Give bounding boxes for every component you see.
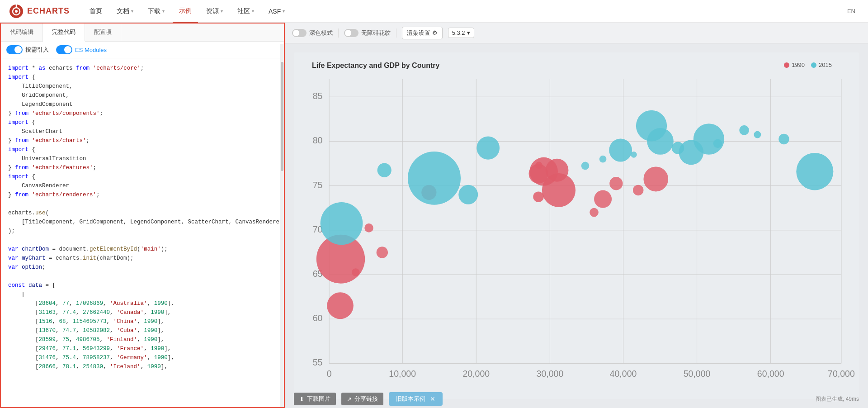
code-line: [13670, 74.7, 10582082, 'Cuba', 1990], bbox=[8, 326, 277, 335]
code-line: ScatterChart bbox=[8, 127, 277, 136]
dark-mode-toggle[interactable] bbox=[292, 29, 307, 37]
svg-text:30,000: 30,000 bbox=[537, 369, 564, 379]
svg-point-65 bbox=[321, 202, 363, 245]
code-line: [31163, 77.4, 27662440, 'Canada', 1990], bbox=[8, 308, 277, 317]
svg-point-62 bbox=[739, 125, 749, 135]
chevron-down-icon: ▾ bbox=[131, 9, 133, 14]
options-bar: 按需引入 ES Modules bbox=[1, 42, 284, 58]
code-line: import { bbox=[8, 73, 277, 82]
old-version-badge[interactable]: 旧版本示例 ✕ bbox=[389, 392, 443, 406]
on-demand-label: 按需引入 bbox=[25, 46, 49, 54]
status-text: 图表已生成, 49ms bbox=[816, 395, 859, 403]
scrollbar[interactable] bbox=[280, 44, 284, 407]
accessibility-toggle[interactable] bbox=[344, 29, 359, 37]
code-line: var chartDom = document.getElementById('… bbox=[8, 245, 277, 254]
code-line: var option; bbox=[8, 263, 277, 272]
svg-text:10,000: 10,000 bbox=[389, 369, 416, 379]
chevron-down-icon: ▾ bbox=[467, 29, 470, 36]
code-line: import * as echarts from 'echarts/core'; bbox=[8, 64, 277, 73]
svg-text:75: 75 bbox=[313, 180, 323, 190]
es-modules-label[interactable]: ES Modules bbox=[75, 47, 107, 53]
svg-text:70,000: 70,000 bbox=[828, 369, 855, 379]
nav-docs[interactable]: 文档 ▾ bbox=[110, 0, 140, 23]
svg-point-67 bbox=[599, 156, 607, 163]
header: ECHARTS 首页 文档 ▾ 下载 ▾ 示例 资源 ▾ 社区 ▾ ASF ▾ … bbox=[0, 0, 868, 23]
render-settings-button[interactable]: 渲染设置 ⚙ bbox=[402, 27, 443, 39]
on-demand-toggle-wrap: 按需引入 bbox=[6, 45, 49, 54]
share-label: 分享链接 bbox=[354, 395, 378, 403]
code-line: [ bbox=[8, 290, 277, 299]
close-icon[interactable]: ✕ bbox=[430, 395, 435, 403]
svg-text:60,000: 60,000 bbox=[757, 369, 784, 379]
download-icon: ⬇ bbox=[299, 396, 304, 403]
download-button[interactable]: ⬇ 下载图片 bbox=[294, 393, 336, 405]
svg-point-66 bbox=[581, 162, 590, 170]
right-toolbar: 深色模式 无障碍花纹 渲染设置 ⚙ 5.3.2 ▾ bbox=[285, 23, 868, 43]
tab-full-code[interactable]: 完整代码 bbox=[43, 24, 85, 42]
svg-point-40 bbox=[542, 173, 576, 207]
version-selector[interactable]: 5.3.2 ▾ bbox=[448, 28, 474, 38]
svg-text:0: 0 bbox=[327, 369, 332, 379]
code-line bbox=[8, 272, 277, 281]
nav-asf[interactable]: ASF ▾ bbox=[262, 0, 291, 23]
old-version-label: 旧版本示例 bbox=[396, 395, 425, 403]
header-right: EN bbox=[844, 6, 859, 16]
svg-point-49 bbox=[364, 223, 373, 232]
code-editor[interactable]: import * as echarts from 'echarts/core';… bbox=[1, 58, 284, 407]
code-line: CanvasRenderer bbox=[8, 181, 277, 190]
code-line: LegendComponent bbox=[8, 100, 277, 109]
code-line: var myChart = echarts.init(chartDom); bbox=[8, 254, 277, 263]
code-line: ); bbox=[8, 227, 277, 236]
right-panel: 深色模式 无障碍花纹 渲染设置 ⚙ 5.3.2 ▾ Life Expectanc… bbox=[285, 23, 868, 408]
chart-container: Life Expectancy and GDP by Country 1990 … bbox=[285, 43, 868, 408]
code-line: import { bbox=[8, 118, 277, 127]
download-label: 下载图片 bbox=[307, 395, 330, 403]
chevron-down-icon: ▾ bbox=[283, 9, 285, 14]
svg-point-50 bbox=[352, 268, 360, 276]
svg-point-61 bbox=[778, 134, 789, 145]
code-line: } from 'echarts/features'; bbox=[8, 163, 277, 172]
chart-svg: .axis-text { font-size: 20px; fill: #888… bbox=[294, 52, 859, 399]
code-line bbox=[8, 199, 277, 209]
svg-point-59 bbox=[636, 110, 667, 142]
svg-text:85: 85 bbox=[313, 91, 323, 101]
main-container: 代码编辑 完整代码 配置项 按需引入 ES Modules import * a… bbox=[0, 23, 868, 408]
code-line: TitleComponent, bbox=[8, 82, 277, 91]
code-tabs: 代码编辑 完整代码 配置项 bbox=[1, 24, 284, 42]
svg-point-63 bbox=[377, 163, 392, 177]
svg-point-69 bbox=[713, 139, 722, 148]
chevron-down-icon: ▾ bbox=[221, 9, 223, 14]
svg-text:20,000: 20,000 bbox=[462, 369, 490, 379]
chevron-down-icon: ▾ bbox=[162, 9, 165, 14]
svg-text:40,000: 40,000 bbox=[610, 369, 637, 379]
nav-community[interactable]: 社区 ▾ bbox=[231, 0, 260, 23]
svg-point-47 bbox=[327, 292, 354, 319]
code-line: [1516, 68, 1154605773, 'China', 1990], bbox=[8, 317, 277, 326]
nav-examples[interactable]: 示例 bbox=[173, 0, 198, 23]
code-line: [28604, 77, 17096869, 'Australia', 1990]… bbox=[8, 299, 277, 308]
on-demand-toggle[interactable] bbox=[6, 45, 23, 54]
main-nav: 首页 文档 ▾ 下载 ▾ 示例 资源 ▾ 社区 ▾ ASF ▾ bbox=[83, 0, 844, 23]
nav-home[interactable]: 首页 bbox=[83, 0, 108, 23]
tab-config[interactable]: 配置项 bbox=[85, 24, 121, 41]
svg-point-48 bbox=[377, 247, 388, 258]
svg-point-44 bbox=[633, 185, 643, 196]
es-modules-toggle[interactable] bbox=[56, 45, 72, 54]
nav-resources[interactable]: 资源 ▾ bbox=[200, 0, 229, 23]
svg-point-38 bbox=[533, 191, 543, 202]
code-line: [31476, 75.4, 78958237, 'Germany', 1990]… bbox=[8, 353, 277, 362]
es-modules-toggle-wrap: ES Modules bbox=[56, 45, 107, 54]
svg-point-60 bbox=[754, 131, 761, 138]
tab-code-editor[interactable]: 代码编辑 bbox=[1, 24, 43, 41]
accessibility-toggle-wrap: 无障碍花纹 bbox=[344, 29, 391, 37]
svg-point-58 bbox=[679, 140, 704, 165]
svg-text:60: 60 bbox=[313, 313, 323, 323]
chevron-down-icon: ▾ bbox=[252, 9, 254, 14]
dark-mode-toggle-wrap: 深色模式 bbox=[292, 29, 333, 37]
code-line: UniversalTransition bbox=[8, 154, 277, 163]
lang-switch-button[interactable]: EN bbox=[844, 6, 859, 16]
nav-download[interactable]: 下载 ▾ bbox=[142, 0, 171, 23]
svg-point-55 bbox=[609, 139, 632, 162]
chart-box: Life Expectancy and GDP by Country 1990 … bbox=[294, 52, 859, 399]
share-button[interactable]: ↗ 分享链接 bbox=[341, 393, 383, 405]
